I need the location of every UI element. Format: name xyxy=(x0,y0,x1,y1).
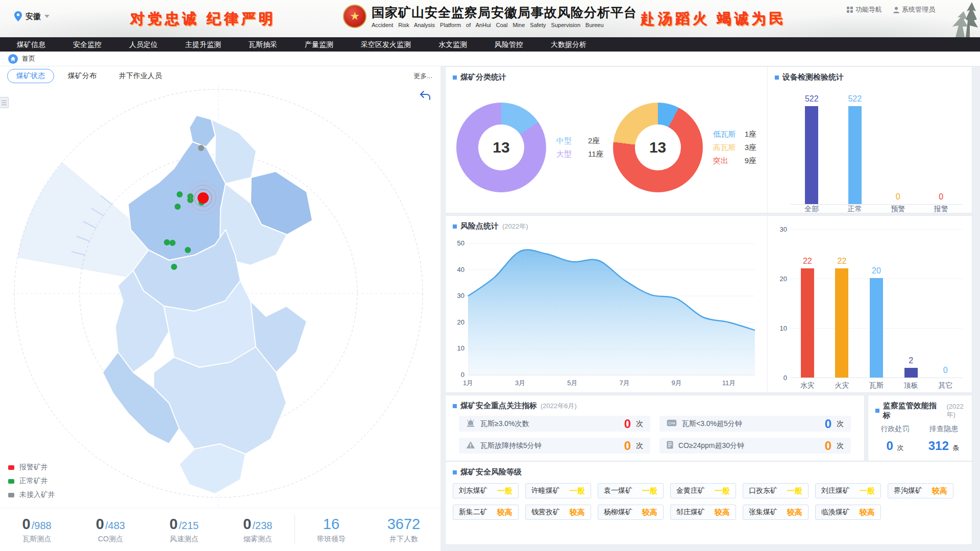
nav-item-主提升监测[interactable]: 主提升监测 xyxy=(172,37,235,52)
svg-text:5月: 5月 xyxy=(567,379,577,387)
mine-chip-许疃煤矿[interactable]: 许疃煤矿一般 xyxy=(525,483,591,498)
mine-marker-normal[interactable] xyxy=(185,247,191,253)
panel-title: 煤矿安全风险等级 xyxy=(460,467,522,477)
bar-value-label: 20 xyxy=(872,266,881,276)
nav-item-煤矿信息[interactable]: 煤矿信息 xyxy=(3,37,59,52)
pie-legend-value: 9座 xyxy=(745,156,756,166)
tab-井下作业人员[interactable]: 井下作业人员 xyxy=(110,69,170,83)
bar-value-label: 22 xyxy=(837,257,846,266)
mine-chip-刘庄煤矿[interactable]: 刘庄煤矿一般 xyxy=(815,483,881,498)
supervision-label: 行政处罚 xyxy=(881,424,910,434)
risk-level-panel: 煤矿安全风险等级 刘东煤矿一般许疃煤矿一般袁一煤矿一般金黄庄矿一般口孜东矿一般刘… xyxy=(445,461,972,545)
mine-risk-level: 较高 xyxy=(860,508,875,517)
nav-item-产量监测[interactable]: 产量监测 xyxy=(291,37,347,52)
nav-item-水文监测[interactable]: 水文监测 xyxy=(425,37,481,52)
stat-瓦斯测点: 0/988瓦斯测点 xyxy=(0,516,74,544)
reset-view-button[interactable] xyxy=(419,90,431,103)
bar-正常[interactable] xyxy=(848,106,862,204)
region-picker[interactable]: 安徽 xyxy=(14,11,50,21)
bar-全部[interactable] xyxy=(805,106,818,204)
mine-chip-钱营孜矿[interactable]: 钱营孜矿较高 xyxy=(525,505,591,520)
stat-value: 0 xyxy=(243,516,251,533)
header-link-系统管理员[interactable]: 系统管理员 xyxy=(893,5,935,14)
mine-marker-offline[interactable] xyxy=(198,145,204,151)
mine-chip-金黄庄矿[interactable]: 金黄庄矿一般 xyxy=(670,483,736,498)
stat-value: 16 xyxy=(323,516,339,533)
mine-chip-临涣煤矿[interactable]: 临涣煤矿较高 xyxy=(815,505,881,520)
supervision-metric: 排查隐患312 条 xyxy=(928,424,960,453)
ch4-icon: CH4 xyxy=(667,419,677,429)
mine-class-gas-donut[interactable]: 13 xyxy=(613,103,703,192)
more-link[interactable]: 更多... xyxy=(413,71,432,81)
nav-item-采空区发火监测[interactable]: 采空区发火监测 xyxy=(347,37,425,52)
mine-chip-新集二矿[interactable]: 新集二矿较高 xyxy=(453,505,519,520)
mine-chip-张集煤矿[interactable]: 张集煤矿较高 xyxy=(743,505,808,520)
nav-item-人员定位[interactable]: 人员定位 xyxy=(115,37,172,52)
header-link-功能导航[interactable]: 功能导航 xyxy=(847,5,882,14)
risk-types-panel: 102030022222020 水灾火灾瓦斯顶板其它 xyxy=(768,216,972,392)
mine-marker-normal[interactable] xyxy=(169,240,176,246)
supervision-value: 312 条 xyxy=(928,439,960,453)
panel-period: (2022年) xyxy=(502,222,528,231)
bar-瓦斯[interactable] xyxy=(870,278,883,378)
panel-bullet-icon xyxy=(453,76,457,80)
svg-text:11月: 11月 xyxy=(722,379,736,387)
bar-category-label: 顶板 xyxy=(894,381,928,390)
breadcrumb: 首页 xyxy=(0,52,980,66)
svg-text:7月: 7月 xyxy=(619,379,629,387)
supervision-unit: 次 xyxy=(895,444,904,452)
page-subtitle: Accident Risk Analysis Platform of AnHui… xyxy=(372,22,637,28)
mine-class-size-donut[interactable]: 13 xyxy=(456,103,546,192)
bar-value-label: 522 xyxy=(848,94,862,104)
device-check-plot: 52252200 xyxy=(790,103,963,205)
mine-marker-alarm[interactable] xyxy=(198,192,209,204)
breadcrumb-home[interactable]: 首页 xyxy=(22,54,35,63)
indicator-card: 瓦斯≥3.0%次数0次 xyxy=(459,416,650,432)
nav-item-风险管控[interactable]: 风险管控 xyxy=(481,37,537,52)
mine-marker-normal[interactable] xyxy=(177,191,183,197)
tab-煤矿状态[interactable]: 煤矿状态 xyxy=(7,69,54,83)
panel-period: (2022年6月) xyxy=(541,402,577,411)
nav-item-安全监控[interactable]: 安全监控 xyxy=(59,37,115,52)
mine-chip-口孜东矿[interactable]: 口孜东矿一般 xyxy=(743,483,808,498)
user-icon xyxy=(893,7,899,13)
page-title: 国家矿山安全监察局安徽局事故风险分析平台 xyxy=(372,4,637,21)
home-icon[interactable] xyxy=(8,54,18,64)
risk-types-plot: 102030022222020 xyxy=(790,229,963,378)
panel-bullet-icon xyxy=(875,409,879,413)
map-layers-toggle[interactable] xyxy=(0,97,9,108)
mine-chip-邹庄煤矿[interactable]: 邹庄煤矿较高 xyxy=(670,505,736,520)
mine-marker-normal[interactable] xyxy=(175,204,181,210)
mine-chip-刘东煤矿[interactable]: 刘东煤矿一般 xyxy=(453,483,519,498)
bar-顶板[interactable] xyxy=(904,368,918,378)
region-label: 安徽 xyxy=(26,12,41,21)
pie-legend-value: 3座 xyxy=(745,143,756,153)
mine-chip-杨柳煤矿[interactable]: 杨柳煤矿较高 xyxy=(598,505,664,520)
mine-name: 钱营孜矿 xyxy=(531,508,560,517)
svg-text:40: 40 xyxy=(457,266,464,273)
mine-marker-normal[interactable] xyxy=(171,264,177,270)
mine-marker-normal[interactable] xyxy=(164,239,170,245)
legend-label: 正常矿井 xyxy=(19,477,48,486)
panel-bullet-icon xyxy=(775,76,779,80)
tab-煤矿分布[interactable]: 煤矿分布 xyxy=(59,69,105,83)
mine-chip-袁一煤矿[interactable]: 袁一煤矿一般 xyxy=(598,483,664,498)
mine-risk-level: 较高 xyxy=(932,486,947,496)
bar-火灾[interactable] xyxy=(835,268,848,378)
bar-水灾[interactable] xyxy=(801,268,814,378)
province-map[interactable] xyxy=(0,86,440,508)
nav-item-瓦斯抽采[interactable]: 瓦斯抽采 xyxy=(235,37,291,52)
indicator-label: 瓦斯<3.0%超5分钟 xyxy=(682,419,820,429)
mine-name: 刘庄煤矿 xyxy=(821,486,850,495)
supervision-panel: 监察监管效能指标 (2022年) 行政处罚0 次排查隐患312 条 xyxy=(868,395,972,461)
donut-hole: 13 xyxy=(478,124,524,170)
right-column: 煤矿分类统计 13中型2座大型11座13低瓦斯1座高瓦斯3座突出9座 设备检测检… xyxy=(445,66,972,551)
bar-value-label: 522 xyxy=(805,94,819,104)
donut-center-value: 13 xyxy=(649,139,666,156)
chevron-down-icon xyxy=(44,15,50,18)
mine-chip-界沟煤矿[interactable]: 界沟煤矿较高 xyxy=(888,483,953,498)
mine-name: 界沟煤矿 xyxy=(894,486,922,495)
svg-text:1月: 1月 xyxy=(463,379,473,387)
header-links: 功能导航系统管理员 xyxy=(847,5,935,14)
nav-item-大数据分析[interactable]: 大数据分析 xyxy=(537,37,600,52)
